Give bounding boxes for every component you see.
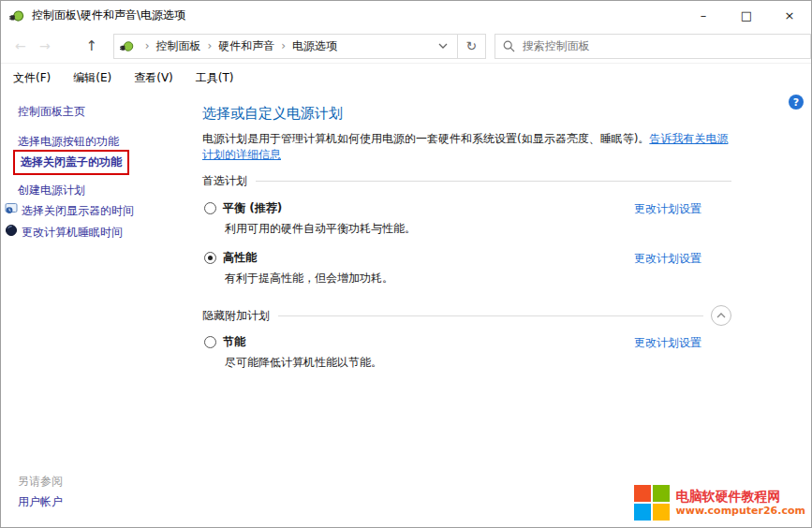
power-options-icon bbox=[120, 38, 135, 53]
sidebar-item-lid-close-highlighted[interactable]: 选择关闭盖子的功能 bbox=[13, 150, 129, 175]
change-plan-settings-link[interactable]: 更改计划设置 bbox=[634, 335, 701, 351]
watermark-site-url: www.computer26.com bbox=[676, 505, 805, 518]
menu-view[interactable]: 查看(V) bbox=[134, 70, 173, 86]
section-label: 首选计划 bbox=[202, 173, 247, 189]
page-description: 电源计划是用于管理计算机如何使用电源的一套硬件和系统设置(如显示器亮度、睡眠等)… bbox=[202, 131, 729, 163]
collapse-section-button[interactable] bbox=[711, 305, 731, 326]
sleep-icon bbox=[5, 224, 18, 237]
window-title: 控制面板\硬件和声音\电源选项 bbox=[32, 7, 185, 23]
sidebar-item-user-accounts[interactable]: 用户帐户 bbox=[18, 494, 63, 510]
section-hidden-plans: 隐藏附加计划 bbox=[202, 308, 731, 323]
chevron-up-icon bbox=[716, 313, 726, 318]
help-icon[interactable]: ? bbox=[789, 95, 804, 110]
section-label: 隐藏附加计划 bbox=[202, 308, 270, 324]
content-area: ? 控制面板主页 选择电源按钮的功能 选择关闭盖子的功能 创建电源计划 选择关闭… bbox=[1, 92, 811, 527]
close-button[interactable]: × bbox=[768, 1, 811, 29]
change-plan-settings-link[interactable]: 更改计划设置 bbox=[634, 201, 701, 217]
breadcrumb-hardware-sound[interactable]: 硬件和声音 bbox=[218, 38, 274, 54]
plan-row-high-performance: 高性能 有利于提高性能，但会增加功耗。 更改计划设置 bbox=[202, 250, 731, 286]
minimize-button[interactable]: – bbox=[682, 1, 725, 29]
plan-name[interactable]: 平衡 (推荐) bbox=[223, 200, 282, 216]
back-icon[interactable]: ← bbox=[8, 38, 33, 53]
radio-high-performance[interactable] bbox=[204, 252, 216, 264]
sidebar-item-control-panel-home[interactable]: 控制面板主页 bbox=[18, 104, 85, 120]
menu-tools[interactable]: 工具(T) bbox=[196, 70, 234, 86]
navigation-bar: ← → ↑ › 控制面板 › 硬件和声音 › 电源选项 ↻ bbox=[1, 29, 811, 64]
maximize-button[interactable]: □ bbox=[725, 1, 768, 29]
titlebar: 控制面板\硬件和声音\电源选项 – □ × bbox=[1, 1, 811, 29]
section-divider bbox=[256, 181, 731, 182]
description-text: 电源计划是用于管理计算机如何使用电源的一套硬件和系统设置(如显示器亮度、睡眠等)… bbox=[202, 132, 649, 145]
sidebar-item-display-off-time[interactable]: 选择关闭显示器的时间 bbox=[22, 203, 134, 219]
forward-icon[interactable]: → bbox=[33, 38, 57, 53]
menu-file[interactable]: 文件(F) bbox=[13, 70, 51, 86]
search-input[interactable] bbox=[523, 39, 803, 52]
up-icon[interactable]: ↑ bbox=[80, 37, 104, 54]
page-title: 选择或自定义电源计划 bbox=[202, 105, 343, 123]
plan-description: 尽可能降低计算机性能以节能。 bbox=[225, 355, 731, 371]
window-controls: – □ × bbox=[682, 1, 811, 29]
breadcrumb-power-options[interactable]: 电源选项 bbox=[292, 38, 337, 54]
plan-name[interactable]: 高性能 bbox=[223, 250, 257, 266]
plan-row-power-saver: 节能 尽可能降低计算机性能以节能。 更改计划设置 bbox=[202, 334, 731, 371]
display-time-icon bbox=[5, 202, 18, 215]
change-plan-settings-link[interactable]: 更改计划设置 bbox=[634, 251, 701, 267]
plan-row-balanced: 平衡 (推荐) 利用可用的硬件自动平衡功耗与性能。 更改计划设置 bbox=[202, 200, 731, 237]
menu-edit[interactable]: 编辑(E) bbox=[73, 70, 111, 86]
breadcrumb-separator: › bbox=[207, 39, 212, 52]
watermark-site-name: 电脑软硬件教程网 bbox=[676, 488, 805, 505]
refresh-icon[interactable]: ↻ bbox=[458, 34, 486, 59]
breadcrumb-separator: › bbox=[145, 39, 150, 52]
sidebar-item-power-buttons[interactable]: 选择电源按钮的功能 bbox=[18, 134, 119, 150]
radio-balanced[interactable] bbox=[204, 202, 216, 214]
sidebar-item-create-power-plan[interactable]: 创建电源计划 bbox=[18, 183, 85, 198]
radio-power-saver[interactable] bbox=[204, 336, 216, 348]
address-dropdown-chevron-icon[interactable] bbox=[435, 43, 451, 49]
breadcrumb-control-panel[interactable]: 控制面板 bbox=[155, 38, 200, 54]
breadcrumb-separator: › bbox=[281, 39, 286, 52]
section-divider bbox=[278, 315, 703, 316]
sidebar-item-sleep-time[interactable]: 更改计算机睡眠时间 bbox=[22, 225, 123, 241]
plan-description: 有利于提高性能，但会增加功耗。 bbox=[225, 271, 731, 286]
plan-name[interactable]: 节能 bbox=[223, 334, 245, 350]
see-also-header: 另请参阅 bbox=[18, 474, 63, 490]
power-options-icon bbox=[9, 7, 25, 23]
address-bar[interactable]: › 控制面板 › 硬件和声音 › 电源选项 bbox=[113, 34, 458, 59]
search-icon bbox=[503, 40, 515, 52]
windows-logo-icon bbox=[634, 485, 670, 521]
search-box[interactable] bbox=[495, 34, 811, 59]
menu-bar: 文件(F) 编辑(E) 查看(V) 工具(T) bbox=[1, 65, 811, 92]
site-watermark: 电脑软硬件教程网 www.computer26.com bbox=[634, 485, 805, 521]
plan-description: 利用可用的硬件自动平衡功耗与性能。 bbox=[225, 221, 731, 237]
section-preferred-plans: 首选计划 bbox=[202, 173, 731, 188]
control-panel-window: 控制面板\硬件和声音\电源选项 – □ × ← → ↑ › 控制面板 › 硬件和… bbox=[0, 0, 812, 528]
